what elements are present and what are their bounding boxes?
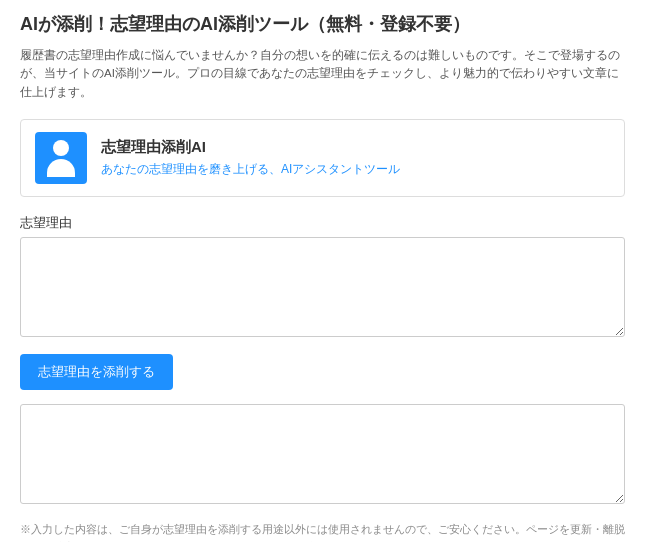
page-title: AIが添削！志望理由のAI添削ツール（無料・登録不要） bbox=[20, 12, 625, 36]
input-label: 志望理由 bbox=[20, 215, 625, 232]
avatar bbox=[35, 132, 87, 184]
tool-name: 志望理由添削AI bbox=[101, 138, 400, 157]
tool-card: 志望理由添削AI あなたの志望理由を磨き上げる、AIアシスタントツール bbox=[20, 119, 625, 197]
input-section: 志望理由 bbox=[20, 215, 625, 340]
avatar-figure bbox=[47, 140, 75, 177]
result-output[interactable] bbox=[20, 404, 625, 504]
submit-button[interactable]: 志望理由を添削する bbox=[20, 354, 173, 390]
output-section bbox=[20, 404, 625, 507]
avatar-body bbox=[47, 159, 75, 177]
notice-text: ※入力した内容は、ご自身が志望理由を添削する用途以外には使用されませんので、ご安… bbox=[20, 521, 625, 542]
page-container: AIが添削！志望理由のAI添削ツール（無料・登録不要） 履歴書の志望理由作成に悩… bbox=[0, 0, 645, 542]
tool-description: あなたの志望理由を磨き上げる、AIアシスタントツール bbox=[101, 161, 400, 178]
reason-input[interactable] bbox=[20, 237, 625, 337]
avatar-head bbox=[53, 140, 69, 156]
description-text: 履歴書の志望理由作成に悩んでいませんか？自分の想いを的確に伝えるのは難しいもので… bbox=[20, 46, 625, 101]
tool-info: 志望理由添削AI あなたの志望理由を磨き上げる、AIアシスタントツール bbox=[101, 138, 400, 178]
